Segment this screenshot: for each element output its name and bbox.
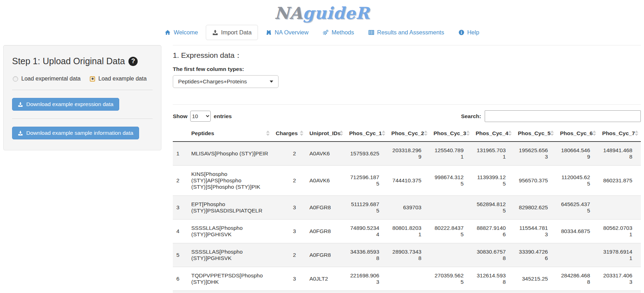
tab-na-overview[interactable]: NA Overview [259,25,315,40]
value-cell: 125540.7891 [430,142,472,166]
column-header-label: Phos_Cyc_3 [434,130,466,136]
column-types-selected-value: Peptides+Charges+Proteins [178,78,247,85]
column-header-phos-cyc-6[interactable]: Phos_Cyc_6 [556,126,599,142]
table-row: 7SMS[Phospho (STY)]VDLSHIPLKDPLLFK3A0JNW… [173,291,641,293]
value-cell: 131965.7031 [472,142,514,166]
value-cell [388,267,430,291]
data-source-radios: Load experimental data Load example data [13,76,153,82]
download-icon [18,102,23,107]
value-cell: 31978.69141 [599,243,641,267]
column-header-label: Phos_Cyc_2 [391,130,424,136]
value-cell: 203318.2969 [388,142,430,166]
sort-icon [466,131,470,136]
table-row: 3EPT[Phospho (STY)]PSIASDISLPIATQELR3A0F… [173,196,641,220]
column-header-phos-cyc-2[interactable]: Phos_Cyc_2 [388,126,430,142]
charge-cell: 3 [272,267,306,291]
value-cell: 203317.4063 [599,267,641,291]
value-cell: 33390.47266 [514,243,556,267]
download-expression-data-button[interactable]: Download example expression data [12,98,119,111]
table-search: Search: [461,110,641,122]
row-number-cell: 5 [173,243,188,267]
radio-load-example-data[interactable]: Load example data [90,76,147,82]
gears-icon [323,29,329,35]
panel-title: Step 1: Upload Original Data [12,56,153,66]
value-cell: 1139399.125 [472,166,514,196]
value-cell: 956570.375 [514,166,556,196]
value-cell: 331924.5625 [599,291,641,293]
value-cell: 744410.375 [388,166,430,196]
radio-load-experimental-data[interactable]: Load experimental data [13,76,81,82]
value-cell: 562894.8125 [472,196,514,220]
radio-checked-icon [90,76,95,82]
row-number-cell: 7 [173,291,188,293]
column-types-dropdown[interactable]: Peptides+Charges+Proteins [173,75,279,88]
sort-icon [382,131,385,136]
charge-cell: 3 [272,291,306,293]
upload-panel: Step 1: Upload Original Data Load experi… [3,45,161,150]
sort-icon [550,131,554,136]
uniprot-cell: A0AVK6 [306,142,346,166]
value-cell [430,243,472,267]
uniprot-cell: A0AVK6 [306,166,346,196]
value-cell: 80334.6875 [556,220,599,243]
value-cell: 88827.91406 [472,220,514,243]
table-row: 1MLISAVS[Phospho (STY)]PEIR2A0AVK6157593… [173,142,641,166]
tab-label: Results and Assessments [377,29,444,36]
question-circle-icon[interactable] [128,57,138,66]
import-data-panel: 1. Expression data： The first few column… [173,45,644,293]
row-number-cell: 4 [173,220,188,243]
uniprot-cell: A0JLT2 [306,267,346,291]
value-cell: 157593.625 [346,142,388,166]
upload-icon [212,29,218,35]
tab-import-data[interactable]: Import Data [206,25,258,40]
column-types-label: The first few column types: [173,66,641,72]
value-cell: 511129.6875 [346,196,388,220]
value-cell: 80801.82031 [388,220,430,243]
value-cell: 148941.4688 [599,142,641,166]
value-cell: 34336.85938 [346,243,388,267]
value-cell: 30830.67578 [472,243,514,267]
uniprot-cell: A0FGR8 [306,196,346,220]
value-cell: 80562.07031 [599,220,641,243]
column-header-label: Phos_Cyc_4 [476,130,508,136]
peptide-cell: SSSSLLAS[Phospho (STY)]PGHISVK [188,243,272,267]
peptide-cell: SSSSLLAS[Phospho (STY)]PGHISVK [188,220,272,243]
sort-icon [266,131,270,136]
column-header-label: Charges [276,130,298,136]
info-icon [458,29,464,35]
expression-data-table: PeptidesChargesUniprot_IDsPhos_Cyc_1Phos… [173,126,641,293]
column-header-phos-cyc-7[interactable]: Phos_Cyc_7 [599,126,641,142]
uniprot-cell: A0JNW5 [306,291,346,293]
entries-select[interactable]: 10 [190,111,211,122]
peptide-cell: EPT[Phospho (STY)]PSIASDISLPIATQELR [188,196,272,220]
table-row: 6TQDPVPPETPSDS[Phospho (STY)]DHK3A0JLT22… [173,267,641,291]
peptide-cell: SMS[Phospho (STY)]VDLSHIPLKDPLLFK [188,291,272,293]
column-header-phos-cyc-3[interactable]: Phos_Cyc_3 [430,126,472,142]
column-header-charges[interactable]: Charges [272,126,306,142]
value-cell: 645625.4375 [556,196,599,220]
value-cell: 248274.0156 [346,291,388,293]
tab-methods[interactable]: Methods [316,25,360,40]
page-length-control: Show 10 entries [173,111,232,122]
column-header-peptides[interactable]: Peptides [188,126,272,142]
tab-results-and-assessments[interactable]: Results and Assessments [362,25,451,40]
value-cell: 998674.3125 [430,166,472,196]
search-input[interactable] [485,110,641,122]
column-header-phos-cyc-1[interactable]: Phos_Cyc_1 [346,126,388,142]
tab-welcome[interactable]: Welcome [158,25,204,40]
uniprot-cell: A0FGR8 [306,220,346,243]
charge-cell: 2 [272,166,306,196]
column-header-rownames[interactable] [173,126,188,142]
value-cell: 270359.5625 [430,267,472,291]
tab-help[interactable]: Help [452,25,486,40]
column-header-phos-cyc-4[interactable]: Phos_Cyc_4 [472,126,514,142]
download-sample-information-button[interactable]: Download example sample information data [12,127,139,139]
column-header-phos-cyc-5[interactable]: Phos_Cyc_5 [514,126,556,142]
tab-label: Help [467,29,479,36]
peptide-cell: MLISAVS[Phospho (STY)]PEIR [188,142,272,166]
value-cell: 285275.5 [556,291,599,293]
tab-label: Methods [331,29,354,36]
value-cell: 312614.5938 [472,267,514,291]
column-header-uniprot-ids[interactable]: Uniprot_IDs [306,126,346,142]
binoculars-icon [266,29,272,35]
